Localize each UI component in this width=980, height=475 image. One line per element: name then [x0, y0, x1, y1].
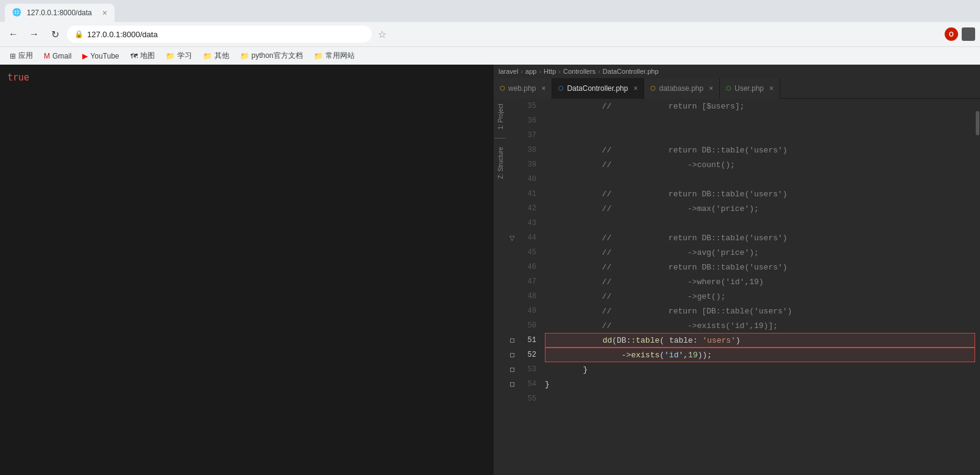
- structure-panel-label[interactable]: Z: Structure: [497, 145, 504, 181]
- bookmark-python[interactable]: 📁 python官方文档: [235, 49, 308, 62]
- code-line-43: [545, 216, 975, 230]
- data-controller-icon: ⬡: [558, 85, 564, 91]
- tab-database-php-close[interactable]: ×: [709, 84, 713, 93]
- bookmark-youtube[interactable]: ▶ YouTube: [77, 51, 124, 62]
- scroll-thumb[interactable]: [976, 111, 979, 135]
- tab-database-php-label: database.php: [659, 84, 703, 93]
- extensions-icon[interactable]: [962, 27, 975, 41]
- gutter-43: [507, 216, 517, 230]
- back-button[interactable]: ←: [5, 26, 22, 43]
- token: // return [DB::table('users'): [545, 307, 792, 316]
- bookmark-apps[interactable]: ⊞ 应用: [5, 49, 38, 62]
- code-line-40: [545, 172, 975, 187]
- token-id: 'id': [664, 351, 683, 360]
- bookmark-study-label: 学习: [177, 51, 192, 61]
- gutter-38: [507, 143, 517, 157]
- code-line-49: // return [DB::table('users'): [545, 304, 975, 318]
- token: ): [736, 336, 740, 345]
- tab-data-controller[interactable]: ⬡ DataController.php ×: [552, 78, 644, 99]
- tab-data-controller-label: DataController.php: [567, 84, 628, 93]
- address-bar[interactable]: 🔒 127.0.0.1:8000/data: [67, 26, 372, 43]
- bookmark-maps[interactable]: 🗺 地图: [126, 49, 160, 62]
- gutter-52: [507, 348, 517, 362]
- token: ->: [545, 351, 631, 360]
- bookmark-study[interactable]: 📁 学习: [161, 49, 197, 62]
- gutter-47: [507, 274, 517, 289]
- gutter-48: [507, 289, 517, 304]
- code-line-51: dd(DB::table( table: 'users'): [545, 333, 975, 348]
- gutter-46: [507, 260, 517, 274]
- code-line-53: }: [545, 362, 975, 377]
- token: ));: [698, 351, 712, 360]
- address-bar-row: ← → ↻ 🔒 127.0.0.1:8000/data ☆ O: [0, 22, 980, 46]
- project-panel-label[interactable]: 1: Project: [497, 101, 504, 132]
- bookmark-53: [510, 368, 514, 372]
- code-line-44: // return DB::table('users'): [545, 230, 975, 245]
- linenum-48: 48: [519, 289, 540, 304]
- bookmark-51: [510, 338, 514, 343]
- breadcrumb-app: app: [525, 68, 536, 75]
- bookmark-gmail[interactable]: M Gmail: [39, 51, 76, 62]
- linenum-50: 50: [519, 318, 540, 333]
- database-php-icon: ⬡: [650, 85, 656, 91]
- bookmark-apps-label: 应用: [18, 51, 33, 61]
- linenum-47: 47: [519, 274, 540, 289]
- tab-user-php[interactable]: ⬡ User.php ×: [720, 78, 780, 99]
- linenum-53: 53: [519, 362, 540, 377]
- ide-body: 1: Project Z: Structure ▽: [494, 99, 980, 475]
- tab-close-btn[interactable]: ×: [102, 8, 107, 18]
- linenum-46: 46: [519, 260, 540, 274]
- reload-button[interactable]: ↻: [46, 26, 63, 43]
- line-numbers: 35 36 37 38 39 40 41 42 43 44 45 46 47 4…: [517, 99, 542, 475]
- bookmark-common-label: 常用网站: [325, 51, 355, 61]
- breadcrumb-laravel: laravel: [499, 68, 518, 75]
- gutter-55: [507, 391, 517, 406]
- ide-panel: laravel › app › Http › Controllers › Dat…: [494, 65, 980, 475]
- bookmark-star[interactable]: ☆: [378, 29, 386, 40]
- bookmark-54: [510, 382, 514, 387]
- linenum-41: 41: [519, 187, 540, 201]
- gutter-45: [507, 245, 517, 260]
- tab-web-php-close[interactable]: ×: [541, 84, 545, 93]
- bookmark-52: [510, 353, 514, 357]
- token: // return [$users];: [545, 102, 745, 111]
- tab-web-php-label: web.php: [508, 84, 536, 93]
- token-string: 'users': [703, 336, 736, 345]
- sep1: ›: [520, 68, 523, 75]
- user-php-icon: ⬡: [726, 85, 731, 91]
- tab-database-php[interactable]: ⬡ database.php ×: [644, 78, 720, 99]
- linenum-44: 44: [519, 230, 540, 245]
- url-text: 127.0.0.1:8000/data: [87, 30, 158, 39]
- code-line-41: // return DB::table('users'): [545, 187, 975, 201]
- gutter-42: [507, 201, 517, 216]
- linenum-54: 54: [519, 377, 540, 391]
- sidebar-strip: 1: Project Z: Structure: [494, 99, 507, 475]
- bookmark-other[interactable]: 📁 其他: [198, 49, 234, 62]
- bookmark-common[interactable]: 📁 常用网站: [309, 49, 360, 62]
- gutter-35: [507, 99, 517, 113]
- token: }: [545, 365, 588, 374]
- token: // ->count();: [545, 160, 735, 170]
- browser-tab[interactable]: 🌐 127.0.0.1:8000/data ×: [5, 4, 115, 22]
- token-table: table: [636, 336, 659, 345]
- gutter-37: [507, 128, 517, 143]
- token: // return DB::table('users'): [545, 146, 787, 155]
- code-area: // return [$users]; // return DB::table(…: [542, 99, 975, 475]
- tab-data-controller-close[interactable]: ×: [633, 84, 637, 93]
- token-19: 19: [688, 351, 698, 360]
- folder-other-icon: 📁: [203, 52, 212, 60]
- gutter-36: [507, 113, 517, 128]
- tab-bar: 🌐 127.0.0.1:8000/data ×: [0, 0, 980, 22]
- linenum-49: 49: [519, 304, 540, 318]
- tab-user-php-close[interactable]: ×: [769, 84, 773, 93]
- fold-icon-44[interactable]: ▽: [510, 234, 514, 242]
- page-content: true: [0, 65, 494, 475]
- sep4: ›: [598, 68, 600, 75]
- web-php-icon: ⬡: [500, 85, 505, 91]
- forward-button[interactable]: →: [26, 26, 43, 43]
- token: // ->exists('id',19)];: [545, 321, 778, 330]
- folder-python-icon: 📁: [240, 52, 249, 60]
- ide-tabs: ⬡ web.php × ⬡ DataController.php × ⬡ dat…: [494, 78, 980, 99]
- scrollbar[interactable]: [975, 99, 980, 475]
- tab-web-php[interactable]: ⬡ web.php ×: [494, 78, 552, 99]
